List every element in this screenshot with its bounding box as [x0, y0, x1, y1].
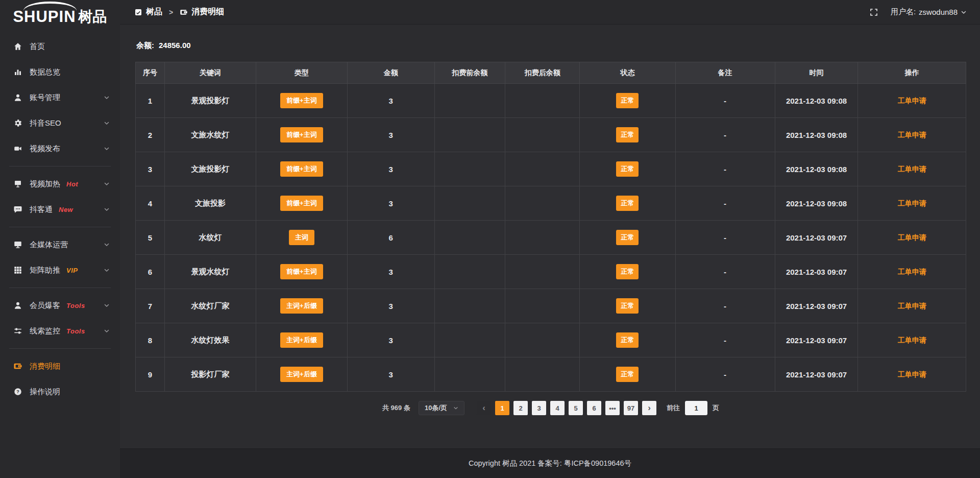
status-badge: 正常: [616, 264, 639, 279]
cell-amount: 6: [347, 221, 434, 255]
sidebar-item-clue[interactable]: 线索监控Tools: [0, 318, 120, 344]
ticket-request-link[interactable]: 工单申请: [898, 268, 926, 276]
cell-remark: -: [675, 323, 775, 357]
cell-index: 9: [136, 357, 165, 392]
page-number-button[interactable]: 2: [513, 401, 528, 415]
goto-suffix: 页: [713, 403, 719, 413]
cell-status: 正常: [580, 255, 675, 289]
cell-status: 正常: [580, 289, 675, 323]
ticket-request-link[interactable]: 工单申请: [898, 199, 926, 207]
sidebar: SHUPIN 树品 首页数据总览账号管理抖音SEO视频发布视频加热Hot抖客通N…: [0, 0, 120, 478]
cell-balance-before: [434, 221, 505, 255]
member-icon: [13, 301, 22, 310]
sidebar-item-account[interactable]: 账号管理: [0, 85, 120, 110]
page-number-button[interactable]: 5: [569, 401, 583, 415]
sidebar-item-seo[interactable]: 抖音SEO: [0, 110, 120, 136]
chevron-down-icon: [104, 242, 110, 248]
page-number-button[interactable]: 3: [532, 401, 546, 415]
sidebar-item-douketong[interactable]: 抖客通New: [0, 197, 120, 222]
cell-time: 2021-12-03 09:08: [775, 186, 858, 221]
cell-balance-before: [434, 84, 505, 118]
status-badge: 正常: [616, 93, 639, 108]
cell-balance-after: [505, 289, 579, 323]
table-row: 8 水纹灯效果 主词+后缀 3 正常 - 2021-12-03 09:07 工单…: [136, 323, 966, 357]
ticket-request-link[interactable]: 工单申请: [898, 97, 926, 105]
cell-status: 正常: [580, 323, 675, 357]
cell-keyword: 投影灯厂家: [164, 357, 256, 392]
cell-index: 7: [136, 289, 165, 323]
sidebar-item-member[interactable]: 会员爆客Tools: [0, 293, 120, 318]
sidebar-item-label: 视频加热: [30, 179, 60, 189]
sidebar-divider: [9, 348, 111, 349]
cell-amount: 3: [347, 118, 434, 152]
wallet-icon: [13, 362, 22, 371]
cell-remark: -: [675, 221, 775, 255]
sidebar-item-label: 矩阵助推: [30, 266, 60, 275]
page-number-button[interactable]: 4: [550, 401, 565, 415]
cell-keyword: 水纹灯效果: [164, 323, 256, 357]
sidebar-item-publish[interactable]: 视频发布: [0, 136, 120, 161]
page-ellipsis-button[interactable]: •••: [605, 401, 620, 415]
type-badge: 主词+后缀: [280, 367, 323, 382]
ticket-request-link[interactable]: 工单申请: [898, 165, 926, 173]
breadcrumb-item-current[interactable]: 消费明细: [180, 7, 224, 17]
cell-index: 6: [136, 255, 165, 289]
next-page-button[interactable]: ›: [642, 401, 656, 415]
sidebar-item-data[interactable]: 数据总览: [0, 59, 120, 85]
user-menu[interactable]: 用户名: zswodun88: [891, 7, 967, 17]
sidebar-item-media[interactable]: 全媒体运营: [0, 232, 120, 257]
cell-type: 前缀+主词: [256, 186, 347, 221]
column-header: 序号: [136, 62, 165, 84]
cell-action: 工单申请: [858, 84, 966, 118]
chevron-down-icon: [961, 9, 967, 15]
chevron-down-icon: [104, 267, 110, 273]
cell-index: 2: [136, 118, 165, 152]
cell-keyword: 景观投影灯: [164, 84, 256, 118]
cell-balance-after: [505, 323, 579, 357]
cell-time: 2021-12-03 09:08: [775, 152, 858, 186]
breadcrumb-current-label: 消费明细: [191, 7, 224, 17]
sidebar-item-heat[interactable]: 视频加热Hot: [0, 171, 120, 197]
goto-page: 前往 页: [667, 401, 719, 415]
breadcrumb: 树品 > 消费明细: [134, 7, 224, 17]
ticket-request-link[interactable]: 工单申请: [898, 370, 926, 378]
table-row: 4 文旅投影 前缀+主词 3 正常 - 2021-12-03 09:08 工单申…: [136, 186, 966, 221]
ticket-request-link[interactable]: 工单申请: [898, 302, 926, 310]
sidebar-item-consume[interactable]: 消费明细: [0, 353, 120, 379]
chart-icon: [13, 67, 22, 77]
sidebar-item-label: 数据总览: [30, 67, 60, 77]
cell-status: 正常: [580, 118, 675, 152]
sidebar-item-help[interactable]: ?操作说明: [0, 379, 120, 404]
brand-logo: SHUPIN 树品: [0, 0, 120, 34]
sidebar-item-label: 会员爆客: [30, 301, 60, 310]
page-number-button[interactable]: 97: [624, 401, 638, 415]
ticket-request-link[interactable]: 工单申请: [898, 336, 926, 344]
ticket-request-link[interactable]: 工单申请: [898, 131, 926, 139]
chevron-down-icon: [104, 94, 110, 101]
type-badge: 主词+后缀: [280, 332, 323, 348]
breadcrumb-item-home[interactable]: 树品: [134, 7, 162, 17]
cell-action: 工单申请: [858, 323, 966, 357]
column-header: 金额: [347, 62, 434, 84]
cell-time: 2021-12-03 09:07: [775, 323, 858, 357]
sidebar-item-matrix[interactable]: 矩阵助推VIP: [0, 257, 120, 283]
page-number-button[interactable]: 1: [495, 401, 509, 415]
page-size-select[interactable]: 10条/页: [419, 401, 464, 415]
cell-balance-after: [505, 357, 579, 392]
ticket-request-link[interactable]: 工单申请: [898, 233, 926, 242]
cell-action: 工单申请: [858, 255, 966, 289]
cell-remark: -: [675, 118, 775, 152]
column-header: 时间: [775, 62, 858, 84]
cell-remark: -: [675, 152, 775, 186]
status-badge: 正常: [616, 332, 639, 348]
cell-balance-after: [505, 84, 579, 118]
cell-action: 工单申请: [858, 289, 966, 323]
fullscreen-icon[interactable]: [869, 8, 878, 17]
prev-page-button[interactable]: ‹: [477, 401, 491, 415]
sidebar-item-home[interactable]: 首页: [0, 34, 120, 59]
balance: 余额: 24856.00: [136, 41, 966, 51]
chevron-down-icon: [104, 181, 110, 187]
goto-page-input[interactable]: [685, 401, 707, 415]
cell-time: 2021-12-03 09:07: [775, 255, 858, 289]
page-number-button[interactable]: 6: [587, 401, 601, 415]
